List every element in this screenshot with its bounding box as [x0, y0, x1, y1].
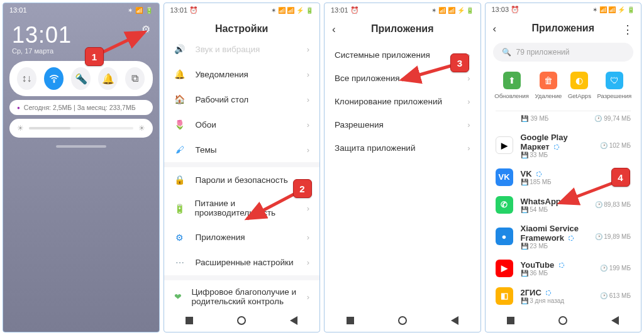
callout-arrow-3	[397, 61, 460, 86]
settings-row-home[interactable]: 🏠 Рабочий стол ›	[164, 87, 320, 112]
qs-toggle-orientation[interactable]: ↕↓	[17, 67, 36, 90]
chip-updates[interactable]: ⬆ Обновления	[494, 72, 529, 99]
page-title: Настройки	[164, 23, 320, 35]
chevron-right-icon: ›	[467, 143, 470, 153]
back-icon[interactable]: ‹	[332, 23, 336, 36]
app-time-label: 🕑 19,89 МБ	[595, 233, 631, 240]
nav-home[interactable]	[237, 316, 246, 325]
chip-permissions[interactable]: 🛡 Разрешения	[597, 72, 631, 99]
chevron-right-icon: ›	[307, 45, 309, 54]
app-name-label: Google Play Маркет	[521, 133, 592, 151]
search-field[interactable]: 🔍 79 приложений	[493, 43, 634, 62]
settings-row-notifications[interactable]: 🔔 Уведомления ›	[164, 62, 320, 87]
settings-row-audio[interactable]: 🔊 Звук и вибрация ›	[164, 43, 320, 62]
status-bar: 13:01 ⏰ ✶ 📶 📶 ⚡ 🔋	[325, 3, 480, 17]
brightness-slider[interactable]: ☀ ☀	[9, 119, 153, 138]
qs-toggle-screenshot[interactable]: ⧉	[125, 67, 145, 90]
app-size-label: 💾 3 дня назад	[521, 297, 592, 304]
nav-recent[interactable]	[347, 317, 354, 324]
lock-icon: 🔒	[174, 174, 186, 185]
svg-line-4	[247, 192, 297, 219]
row-permissions[interactable]: Разрешения ›	[325, 113, 480, 136]
status-icons: ✶ 📶 📶 ⚡ 🔋	[592, 6, 635, 13]
app-row[interactable]: ▶YouTube 💾 36 МБ🕑 199 МБ	[486, 255, 641, 282]
chevron-right-icon: ›	[467, 74, 470, 83]
app-row[interactable]: ●Xiaomi Service Framework 💾 23 МБ🕑 19,89…	[486, 219, 641, 255]
nav-home[interactable]	[558, 316, 567, 325]
apps-list-panel: 13:03 ⏰ ✶ 📶 📶 ⚡ 🔋 ‹ Приложения ⋮ 🔍 79 пр…	[485, 3, 642, 332]
nav-recent[interactable]	[186, 317, 193, 324]
row-app-protection[interactable]: Защита приложений ›	[325, 136, 480, 160]
app-row[interactable]: ▶Google Play Маркет 💾 33 МБ🕑 102 МБ	[486, 128, 641, 163]
brightness-track[interactable]	[29, 127, 133, 129]
battery-icon: 🔋	[174, 203, 185, 214]
app-icon: ✆	[496, 196, 513, 214]
app-name-label: Xiaomi Service Framework	[521, 224, 587, 243]
page-title: Приложения	[325, 23, 480, 35]
quick-actions-row: ⬆ Обновления 🗑 Удаление ◐ GetApps 🛡 Разр…	[486, 69, 641, 107]
chip-delete[interactable]: 🗑 Удаление	[535, 72, 562, 99]
section-spacer	[164, 162, 320, 167]
app-icon: VK	[496, 168, 513, 186]
section-spacer	[164, 275, 320, 280]
nav-home[interactable]	[398, 316, 407, 325]
settings-row-apps[interactable]: ⚙ Приложения ›	[164, 225, 320, 250]
home-icon: 🏠	[174, 94, 186, 105]
chevron-right-icon: ›	[307, 145, 309, 155]
svg-line-8	[560, 182, 616, 203]
chevron-right-icon: ›	[307, 258, 309, 267]
app-size-label: 💾 23 МБ	[521, 243, 587, 250]
svg-line-2	[97, 32, 145, 55]
wallpaper-icon: 🌷	[174, 119, 186, 130]
status-icons: ✶📶🔋	[128, 7, 153, 14]
back-icon[interactable]: ‹	[493, 23, 497, 35]
callout-arrow-4	[555, 179, 621, 207]
nav-bar	[325, 309, 480, 332]
settings-panel: 13:01 ⏰ ✶ 📶 📶 ⚡ 🔋 Настройки 🔊 Звук и виб…	[164, 3, 321, 332]
chevron-right-icon: ›	[467, 97, 470, 106]
audio-icon: 🔊	[174, 43, 186, 55]
chevron-right-icon: ›	[307, 292, 309, 302]
svg-point-0	[53, 82, 55, 83]
screen-header: ‹ Приложения ⋮	[486, 16, 641, 43]
qs-toggle-wifi[interactable]	[44, 67, 64, 90]
panel-drag-handle[interactable]	[56, 145, 106, 148]
qs-toggle-flashlight[interactable]: 🔦	[71, 67, 91, 90]
data-usage-text: Сегодня: 2,5МБ | За месяц: 233,7МБ	[24, 104, 136, 111]
app-size-label: 💾 33 МБ	[521, 151, 592, 158]
quick-settings: ↕↓ 🔦 🔔 ⧉	[9, 61, 153, 96]
status-icons: ✶ 📶 📶 ⚡ 🔋	[431, 7, 474, 14]
settings-row-themes[interactable]: 🖌 Темы ›	[164, 137, 320, 162]
settings-row-wallpaper[interactable]: 🌷 Обои ›	[164, 112, 320, 137]
settings-row-extended[interactable]: ⋯ Расширенные настройки ›	[164, 250, 320, 275]
page-title: Приложения	[486, 23, 641, 34]
app-icon: ▶	[496, 260, 513, 277]
apps-icon: ⚙	[174, 232, 186, 243]
data-usage-pill[interactable]: ● Сегодня: 2,5МБ | За месяц: 233,7МБ	[9, 100, 153, 115]
app-time-label: 🕑 613 МБ	[600, 292, 631, 299]
partial-row: 💾 39 МБ 🕑 99,74 МБ	[486, 115, 641, 128]
app-time-label: 🕑 199 МБ	[600, 265, 631, 272]
status-bar: 13:03 ⏰ ✶ 📶 📶 ⚡ 🔋	[486, 3, 641, 16]
nav-back[interactable]	[290, 316, 297, 325]
app-row[interactable]: ◧2ГИС 💾 3 дня назад🕑 613 МБ	[486, 282, 641, 310]
apps-settings-panel: 13:01 ⏰ ✶ 📶 📶 ⚡ 🔋 ‹ Приложения Системные…	[324, 3, 481, 332]
theme-icon: 🖌	[174, 144, 186, 155]
nav-back[interactable]	[451, 316, 458, 325]
chevron-right-icon: ›	[307, 175, 309, 185]
more-icon[interactable]: ⋮	[622, 23, 633, 36]
wellbeing-icon: ❤	[174, 291, 182, 302]
lockscreen-panel: 13:01 ✶📶🔋 ⚙ 13:01 Ср, 17 марта ↕↓ 🔦 🔔 ⧉ …	[3, 3, 160, 332]
row-clone-apps[interactable]: Клонирование приложений ›	[325, 90, 480, 113]
settings-row-wellbeing[interactable]: ❤ Цифровое благополучие и родительский к…	[164, 280, 320, 309]
app-name-label: YouTube	[521, 260, 592, 270]
chevron-right-icon: ›	[467, 50, 470, 60]
chevron-right-icon: ›	[467, 120, 470, 129]
chevron-right-icon: ›	[307, 233, 309, 242]
apps-list: ▶Google Play Маркет 💾 33 МБ🕑 102 МБVKVK …	[486, 128, 641, 310]
app-size-label: 💾 36 МБ	[521, 270, 592, 277]
qs-toggle-sound[interactable]: 🔔	[98, 67, 118, 90]
nav-back[interactable]	[611, 316, 619, 325]
chip-getapps[interactable]: ◐ GetApps	[568, 72, 591, 99]
nav-recent[interactable]	[507, 317, 514, 324]
